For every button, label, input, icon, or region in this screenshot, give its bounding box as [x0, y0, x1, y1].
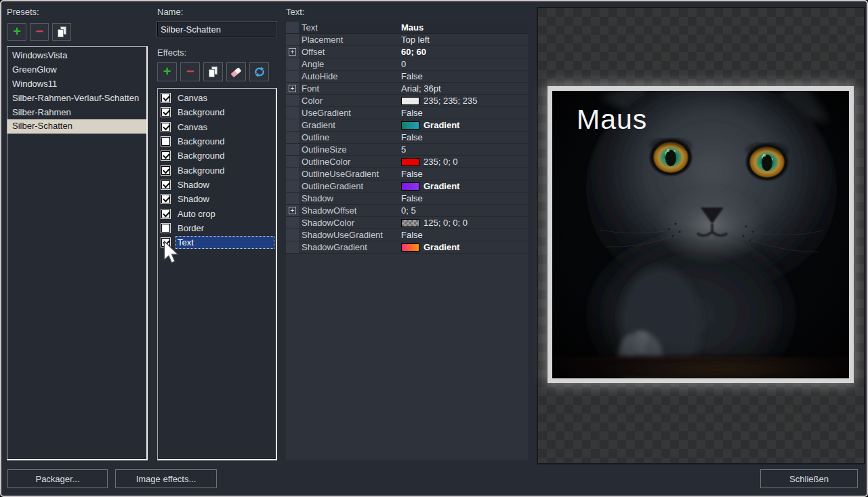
effect-erase-button[interactable]	[226, 62, 246, 81]
property-row[interactable]: + AutoHide False	[286, 71, 528, 83]
effect-item-label: Auto crop	[175, 207, 274, 220]
preset-item[interactable]: Windows11	[7, 77, 146, 92]
property-value: False	[401, 71, 423, 82]
property-row[interactable]: + OutlineSize 5	[286, 144, 528, 156]
presets-list: WindowsVista GreenGlow Windows11 Silber-…	[7, 46, 148, 460]
preset-add-button[interactable]: +	[7, 23, 26, 41]
effect-item[interactable]: Auto crop	[158, 206, 276, 220]
plus-icon: +	[13, 24, 21, 38]
color-swatch	[401, 158, 419, 166]
preset-item[interactable]: WindowsVista	[7, 49, 146, 63]
gradient-swatch	[401, 182, 419, 191]
effect-item[interactable]: Border	[158, 221, 276, 235]
property-row[interactable]: + Font Arial; 36pt	[286, 83, 528, 95]
effect-item[interactable]: Background	[158, 105, 276, 119]
property-value: False	[401, 168, 423, 180]
property-label: ShadowGradient	[299, 241, 401, 253]
effect-checkbox[interactable]	[161, 180, 170, 189]
property-label: UseGradient	[299, 107, 401, 119]
effect-checkbox[interactable]	[161, 224, 170, 233]
property-row[interactable]: + OutlineColor 235; 0; 0	[286, 156, 528, 168]
effect-checkbox[interactable]	[161, 210, 170, 218]
effect-checkbox[interactable]	[161, 137, 170, 146]
effect-item[interactable]: Canvas	[158, 120, 276, 134]
preset-item[interactable]: Silber-Rahmen-Verlauf-Schatten	[7, 92, 146, 106]
property-row[interactable]: + OutlineUseGradient False	[286, 168, 528, 180]
effect-item[interactable]: Shadow	[158, 192, 276, 206]
close-button[interactable]: Schließen	[760, 469, 858, 488]
property-row[interactable]: + Offset 60; 60	[286, 46, 528, 58]
property-row[interactable]: + ShadowOffset 0; 5	[286, 205, 528, 217]
property-row[interactable]: + Shadow False	[286, 193, 528, 205]
property-row[interactable]: + ShadowColor 125; 0; 0; 0	[286, 217, 528, 229]
property-row[interactable]: + Angle 0	[286, 58, 528, 71]
preset-copy-button[interactable]	[52, 23, 71, 41]
property-label: OutlineSize	[299, 144, 401, 155]
copy-icon	[57, 26, 67, 37]
property-label: Color	[299, 95, 401, 106]
property-label: Outline	[299, 132, 401, 143]
property-row[interactable]: + Gradient Gradient	[286, 119, 528, 132]
image-effects-button[interactable]: Image effects...	[115, 469, 217, 488]
preset-remove-button[interactable]: −	[30, 23, 49, 41]
effect-add-button[interactable]: +	[157, 62, 177, 81]
property-row[interactable]: + Outline False	[286, 132, 528, 144]
effect-item-label: Border	[175, 222, 274, 235]
property-label: Text	[299, 22, 401, 33]
plus-icon: +	[163, 64, 171, 78]
presets-label: Presets:	[7, 7, 39, 18]
effect-checkbox[interactable]	[161, 166, 170, 175]
preset-item[interactable]: Silber-Rahmen	[7, 106, 146, 120]
expand-icon[interactable]: +	[289, 207, 296, 214]
effect-item[interactable]: Background	[158, 163, 276, 177]
effect-item[interactable]: Shadow	[158, 178, 276, 192]
refresh-icon	[254, 66, 265, 77]
property-row[interactable]: + OutlineGradient Gradient	[286, 180, 528, 193]
property-value: False	[401, 229, 423, 241]
property-row[interactable]: + ShadowUseGradient False	[286, 229, 528, 241]
property-row[interactable]: + UseGradient False	[286, 107, 528, 119]
preset-item-selected[interactable]: Silber-Schatten	[7, 119, 146, 134]
preview-text-overlay: Maus	[577, 106, 647, 134]
preview-image-frame: Maus	[547, 86, 854, 383]
effect-checkbox[interactable]	[161, 94, 170, 102]
effect-item-label: Shadow	[175, 178, 274, 191]
expand-icon[interactable]: +	[289, 48, 296, 56]
effect-refresh-button[interactable]	[249, 62, 269, 81]
packager-button[interactable]: Packager...	[7, 469, 108, 488]
property-value: False	[401, 132, 423, 143]
effect-copy-button[interactable]	[203, 62, 223, 81]
property-label: OutlineColor	[299, 156, 401, 167]
property-row[interactable]: + ShadowGradient Gradient	[286, 241, 528, 254]
property-row[interactable]: + Text Maus	[286, 22, 528, 34]
property-value: 235; 0; 0	[423, 156, 458, 167]
effect-item-label: Canvas	[175, 92, 274, 104]
effect-item[interactable]: Canvas	[158, 91, 276, 105]
preset-item[interactable]: GreenGlow	[7, 63, 146, 77]
property-row[interactable]: + Placement Top left	[286, 34, 528, 46]
property-grid: + Text Maus + Placement Top left + Offse…	[286, 22, 528, 460]
effect-remove-button[interactable]: −	[180, 62, 200, 81]
expand-icon[interactable]: +	[289, 85, 296, 92]
property-label: ShadowOffset	[299, 205, 401, 216]
property-label: OutlineGradient	[299, 180, 401, 192]
property-value: 0; 5	[401, 205, 416, 216]
property-value: Gradient	[423, 180, 459, 192]
effect-item[interactable]: Background	[158, 148, 276, 163]
property-value: Maus	[401, 22, 423, 33]
property-value: Gradient	[423, 119, 459, 131]
property-value: 125; 0; 0; 0	[423, 217, 468, 228]
property-row[interactable]: + Color 235; 235; 235	[286, 95, 528, 107]
effect-checkbox[interactable]	[161, 123, 170, 132]
effect-item[interactable]: Background	[158, 134, 276, 148]
effect-checkbox[interactable]	[161, 108, 170, 117]
property-label: Angle	[299, 58, 401, 70]
gradient-swatch	[401, 243, 419, 252]
color-swatch	[401, 97, 419, 105]
effect-item-label: Canvas	[175, 121, 274, 134]
effect-checkbox[interactable]	[161, 195, 170, 203]
mouse-cursor-icon	[163, 240, 179, 265]
effect-checkbox[interactable]	[161, 151, 170, 160]
effect-item-label: Background	[175, 106, 274, 119]
preset-name-input[interactable]	[157, 22, 276, 37]
